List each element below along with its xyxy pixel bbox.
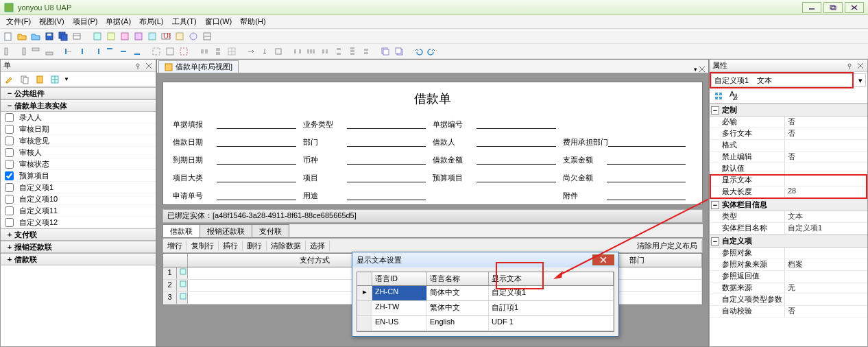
left-ic-dd-icon[interactable]: ▼: [64, 76, 69, 82]
tb2-grid2-icon[interactable]: [164, 45, 176, 58]
tb-comp3-icon[interactable]: [119, 30, 131, 43]
left-cat-reimb[interactable]: +报销还款联: [1, 241, 156, 253]
left-ic-paste-icon[interactable]: [34, 73, 46, 86]
propgroup-1[interactable]: −实体栏目信息: [710, 198, 867, 211]
tb-comp1-icon[interactable]: [91, 30, 104, 43]
form-cell-2-2-input[interactable]: [477, 155, 556, 165]
left-item-1-checkbox[interactable]: [5, 125, 14, 134]
tb2-undo-icon[interactable]: [412, 45, 424, 58]
form-cell-1-3-input[interactable]: [608, 137, 686, 147]
left-ic-copy-icon[interactable]: [19, 73, 31, 86]
form-cell-3-0[interactable]: 项目大类: [173, 173, 303, 183]
form-cell-1-2[interactable]: 借款人: [433, 137, 563, 147]
left-item-2-checkbox[interactable]: [5, 136, 14, 145]
left-item-4[interactable]: 审核状态: [1, 158, 156, 170]
left-item-6[interactable]: 自定义项1: [1, 182, 156, 193]
tabstrip-close-icon[interactable]: [699, 66, 706, 73]
prop-0-4-val[interactable]: [785, 163, 867, 174]
prop-0-0[interactable]: 必输否: [710, 117, 867, 128]
tb2-hspace3-icon[interactable]: [319, 45, 331, 58]
menu-view[interactable]: 视图(V): [35, 16, 69, 27]
propgroup-2-toggle-icon[interactable]: −: [711, 237, 719, 246]
prop-2-4[interactable]: 自定义项类型参数: [710, 294, 867, 306]
tabstrip-dd-icon[interactable]: ▾: [694, 66, 697, 73]
form-cell-1-3[interactable]: 费用承担部门: [563, 137, 693, 147]
gridtb-clear[interactable]: 清除数据: [267, 241, 306, 251]
tb2-6-icon[interactable]: [76, 45, 88, 58]
prop-0-1[interactable]: 多行文本否: [710, 128, 867, 140]
dlg-row-0-id[interactable]: ZH-CN: [372, 286, 427, 300]
propgroup-1-toggle-icon[interactable]: −: [711, 201, 719, 209]
tb-comp7-icon[interactable]: [173, 30, 186, 43]
tb-open-icon[interactable]: [16, 30, 28, 43]
form-cell-2-0-input[interactable]: [217, 155, 296, 165]
tb-card-icon[interactable]: [71, 30, 83, 43]
tb-new-icon[interactable]: [2, 30, 14, 43]
left-cat-common[interactable]: −公共组件: [1, 87, 156, 99]
left-cat-loan[interactable]: +借款联: [1, 253, 156, 265]
propgroup-0-toggle-icon[interactable]: −: [711, 106, 719, 115]
prop-0-3-val[interactable]: 否: [785, 152, 867, 163]
prop-2-3-val[interactable]: 无: [785, 283, 867, 294]
gridtb-addrow[interactable]: 增行: [163, 241, 187, 251]
dlg-row-1-id[interactable]: ZH-TW: [372, 301, 427, 315]
menu-layout[interactable]: 布局(L): [135, 16, 167, 27]
dlg-row-2[interactable]: EN-USEnglishUDF 1: [357, 316, 614, 331]
form-cell-4-3[interactable]: 附件: [563, 191, 693, 201]
form-cell-3-1-input[interactable]: [347, 173, 426, 182]
tb2-8-icon[interactable]: [104, 45, 116, 58]
form-cell-0-2[interactable]: 单据编号: [433, 119, 563, 130]
tb2-vspace1-icon[interactable]: [333, 45, 345, 58]
form-cell-2-1[interactable]: 币种: [303, 155, 433, 165]
form-cell-0-1-input[interactable]: [347, 119, 426, 129]
form-cell-0-0[interactable]: 单据填报: [173, 119, 303, 130]
left-item-2[interactable]: 审核意见: [1, 135, 156, 147]
left-close-icon[interactable]: [145, 62, 153, 70]
prop-0-1-val[interactable]: 否: [785, 128, 867, 139]
tb-comp9-icon[interactable]: [201, 30, 213, 43]
form-cell-3-1[interactable]: 项目: [303, 173, 433, 183]
left-cat-main[interactable]: −借款单主表实体: [1, 99, 156, 112]
form-cell-3-2[interactable]: 预算项目: [433, 173, 563, 183]
prop-0-6-val[interactable]: 28: [785, 187, 867, 198]
tb-comp5-icon[interactable]: [146, 30, 158, 43]
tb2-redo-icon[interactable]: [426, 45, 438, 58]
propgroup-0[interactable]: −定制: [710, 104, 867, 117]
form-cell-2-1-input[interactable]: [347, 155, 426, 165]
menu-file[interactable]: 文件(F): [2, 16, 35, 27]
tb2-7-icon[interactable]: [90, 45, 102, 58]
prop-0-0-val[interactable]: 否: [785, 117, 867, 128]
subtab-loan[interactable]: 借款联: [162, 224, 200, 237]
form-cell-2-0[interactable]: 到期日期: [173, 155, 303, 165]
tb2-size2-icon[interactable]: [258, 45, 271, 58]
form-cell-1-1[interactable]: 部门: [303, 137, 433, 147]
prop-2-0[interactable]: 参照对象: [710, 248, 867, 259]
subtab-pay[interactable]: 支付联: [252, 224, 289, 237]
tb-comp2-icon[interactable]: [105, 30, 117, 43]
prop-2-0-val[interactable]: [785, 248, 867, 259]
form-cell-4-3-input[interactable]: [607, 191, 686, 200]
tb2-5-icon[interactable]: [62, 45, 75, 58]
left-item-7[interactable]: 自定义项10: [1, 193, 156, 205]
prop-sort-cat-icon[interactable]: [712, 90, 725, 102]
form-cell-2-3[interactable]: 支票金额: [563, 155, 693, 165]
left-item-5-checkbox[interactable]: [5, 171, 14, 180]
form-cell-3-3-input[interactable]: [607, 173, 686, 182]
dlg-row-0-text[interactable]: 自定义项1: [489, 286, 614, 300]
window-close-button[interactable]: [845, 2, 864, 13]
tb2-hspace1-icon[interactable]: [291, 45, 304, 58]
tb2-2-icon[interactable]: [16, 45, 28, 58]
left-item-9-checkbox[interactable]: [5, 218, 14, 227]
prop-1-1[interactable]: 实体栏目名称自定义项1: [710, 223, 867, 235]
left-item-0-checkbox[interactable]: [5, 113, 14, 122]
left-item-0[interactable]: 录入人: [1, 112, 156, 123]
tb2-size1-icon[interactable]: [245, 45, 257, 58]
left-item-8-checkbox[interactable]: [5, 206, 14, 215]
prop-1-0-val[interactable]: 文本: [785, 211, 867, 222]
tb2-hspace2-icon[interactable]: [305, 45, 317, 58]
left-item-3-checkbox[interactable]: [5, 148, 14, 157]
form-cell-3-2-input[interactable]: [477, 173, 556, 182]
tb2-4-icon[interactable]: [43, 45, 56, 58]
prop-2-3[interactable]: 数据来源无: [710, 283, 867, 294]
left-pin-icon[interactable]: [134, 62, 142, 70]
